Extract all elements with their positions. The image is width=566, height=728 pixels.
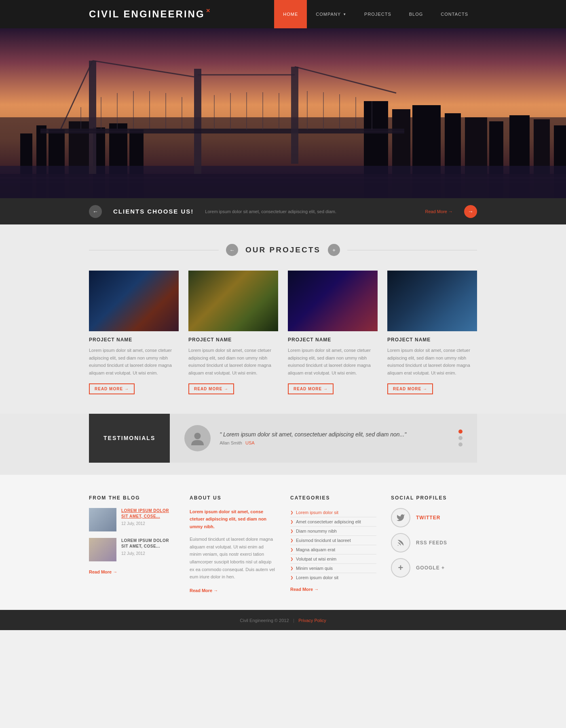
- category-item-7[interactable]: ❯Minim veniam quis: [290, 564, 376, 573]
- nav-company[interactable]: COMPANY ▼: [307, 0, 355, 28]
- slider-next-button[interactable]: →: [464, 205, 477, 218]
- blog-col-title: FROM THE BLOG: [89, 495, 175, 501]
- nav-contacts[interactable]: CONTACTS: [432, 0, 477, 28]
- project-desc-1: Lorem ipsum dolor sit amet, conse ctetue…: [89, 347, 179, 377]
- dot-active: [458, 430, 463, 434]
- nav-home[interactable]: HOME: [274, 0, 307, 28]
- category-item-8[interactable]: ❯Lorem ipsum dolor sit: [290, 573, 376, 582]
- category-list: ❯Lorem ipsum dolor sit ❯Amet consectetue…: [290, 508, 376, 582]
- project-desc-2: Lorem ipsum dolor sit amet, conse ctetue…: [188, 347, 278, 377]
- project-card-4: PROJECT NAME Lorem ipsum dolor sit amet,…: [387, 271, 477, 394]
- rss-label: RSS FEEDS: [416, 540, 447, 546]
- testimonials-section: TESTIMONIALS " Lorem ipsum dolor sit ame…: [0, 414, 566, 475]
- main-nav: HOME COMPANY ▼ PROJECTS BLOG CONTACTS: [274, 0, 477, 28]
- projects-next-button[interactable]: +: [328, 244, 340, 256]
- header-divider-right: [347, 250, 477, 250]
- slider-prev-button[interactable]: ←: [89, 205, 102, 218]
- social-twitter[interactable]: TWITTER: [391, 508, 477, 527]
- blog-post-title-1[interactable]: LOREM IPSUM DOLOR SIT AMET, COSE...: [121, 508, 175, 519]
- category-item-4[interactable]: ❯Euismod tincidunt ut laoreet: [290, 536, 376, 545]
- dot-inactive-1: [458, 436, 463, 440]
- footer-top: FROM THE BLOG LOREM IPSUM DOLOR SIT AMET…: [0, 475, 566, 610]
- social-col-title: SOCIAL PROFILES: [391, 495, 477, 501]
- testimonials-label: TESTIMONIALS: [89, 414, 170, 463]
- footer-blog-col: FROM THE BLOG LOREM IPSUM DOLOR SIT AMET…: [89, 495, 175, 594]
- blog-thumbnail-1: [89, 508, 116, 531]
- cat-arrow-icon-2: ❯: [290, 520, 294, 524]
- footer-separator: |: [293, 618, 294, 623]
- testimonial-country: USA: [245, 440, 255, 445]
- blog-thumbnail-2: [89, 538, 116, 561]
- slider-title: CLIENTS CHOOSE US!: [113, 208, 194, 215]
- footer-social-col: SOCIAL PROFILES TWITTER RSS FEEDS + GOOG…: [391, 495, 477, 594]
- svg-point-49: [398, 545, 399, 546]
- svg-rect-32: [291, 67, 298, 164]
- bridge-illustration: [0, 28, 566, 198]
- about-text-highlight: Lorem ipsum dolor sit amet, conse ctetue…: [190, 508, 276, 531]
- project-image-3: [288, 271, 378, 331]
- about-col-title: ABOUT US: [190, 495, 276, 501]
- blog-post-date-2: 12 July, 2012: [121, 551, 175, 556]
- blog-read-more-link[interactable]: Read More →: [89, 569, 117, 574]
- project-read-more-1[interactable]: Read More →: [89, 383, 135, 394]
- about-read-more-link[interactable]: Read More →: [190, 588, 218, 593]
- footer-bottom: Civil Engineering © 2012 | Privacy Polic…: [0, 610, 566, 630]
- cat-arrow-icon: ❯: [290, 510, 294, 514]
- project-read-more-4[interactable]: Read More →: [387, 383, 433, 394]
- social-googleplus[interactable]: + GOOGLE +: [391, 558, 477, 578]
- category-item-3[interactable]: ❯Diam nonummy nibh: [290, 527, 376, 536]
- cat-arrow-icon-5: ❯: [290, 548, 294, 552]
- testimonial-quote: " Lorem ipsum dolor sit amet, consectetu…: [220, 431, 450, 438]
- projects-header: ← OUR PROJECTS +: [89, 244, 477, 256]
- twitter-icon-circle: [391, 508, 410, 527]
- project-name-1: PROJECT NAME: [89, 337, 179, 343]
- project-name-2: PROJECT NAME: [188, 337, 278, 343]
- header-divider-left: [89, 250, 219, 250]
- logo-x: ✕: [206, 8, 211, 14]
- hero-section: [0, 28, 566, 198]
- nav-blog[interactable]: BLOG: [400, 0, 432, 28]
- cat-arrow-icon-3: ❯: [290, 529, 294, 533]
- projects-prev-button[interactable]: ←: [226, 244, 238, 256]
- googleplus-icon-circle: +: [391, 558, 410, 578]
- blog-post-title-2[interactable]: LOREM IPSUM DOLOR SIT AMET, COSE...: [121, 538, 175, 549]
- googleplus-label: GOOGLE +: [416, 565, 445, 571]
- about-text-body: Euismod tincidunt ut laoreet dolore magn…: [190, 535, 276, 581]
- social-rss[interactable]: RSS FEEDS: [391, 533, 477, 552]
- testimonial-content: " Lorem ipsum dolor sit amet, consectetu…: [170, 414, 477, 463]
- footer-categories-col: CATEGORIES ❯Lorem ipsum dolor sit ❯Amet …: [290, 495, 376, 594]
- svg-rect-30: [40, 129, 404, 133]
- project-image-2: [188, 271, 278, 331]
- nav-projects[interactable]: PROJECTS: [355, 0, 400, 28]
- category-item-6[interactable]: ❯Volutpat ut wisi enim: [290, 554, 376, 564]
- category-item-1[interactable]: ❯Lorem ipsum dolor sit: [290, 508, 376, 517]
- cat-arrow-icon-4: ❯: [290, 538, 294, 542]
- project-image-1: [89, 271, 179, 331]
- logo[interactable]: CIVIL ENGINEERING✕: [89, 8, 205, 20]
- project-name-4: PROJECT NAME: [387, 337, 477, 343]
- categories-col-title: CATEGORIES: [290, 495, 376, 501]
- project-desc-4: Lorem ipsum dolor sit amet, conse ctetue…: [387, 347, 477, 377]
- project-read-more-3[interactable]: Read More →: [288, 383, 334, 394]
- project-card-3: PROJECT NAME Lorem ipsum dolor sit amet,…: [288, 271, 378, 394]
- testimonial-dots: [458, 430, 463, 447]
- project-card-2: PROJECT NAME Lorem ipsum dolor sit amet,…: [188, 271, 278, 394]
- privacy-link[interactable]: Privacy Policy: [298, 618, 326, 623]
- blog-post-1: LOREM IPSUM DOLOR SIT AMET, COSE... 12 J…: [89, 508, 175, 531]
- googleplus-icon: +: [398, 563, 403, 573]
- site-header: CIVIL ENGINEERING✕ HOME COMPANY ▼ PROJEC…: [0, 0, 566, 28]
- slider-text: Lorem ipsum dolor sit amet, consectetuer…: [205, 209, 414, 214]
- slider-read-more-link[interactable]: Read More →: [425, 209, 453, 214]
- categories-read-more-link[interactable]: Read More →: [290, 587, 319, 592]
- category-item-2[interactable]: ❯Amet consectetuer adipiscing elit: [290, 517, 376, 527]
- rss-icon-circle: [391, 533, 410, 552]
- project-read-more-2[interactable]: Read More →: [188, 383, 234, 394]
- copyright-text: Civil Engineering © 2012: [240, 618, 289, 623]
- projects-grid: PROJECT NAME Lorem ipsum dolor sit amet,…: [89, 271, 477, 394]
- slider-banner: ← CLIENTS CHOOSE US! Lorem ipsum dolor s…: [0, 198, 566, 224]
- person-icon: [190, 431, 205, 445]
- category-item-5[interactable]: ❯Magna aliquam erat: [290, 545, 376, 554]
- testimonial-text: " Lorem ipsum dolor sit amet, consectetu…: [220, 431, 450, 445]
- testimonials-inner: TESTIMONIALS " Lorem ipsum dolor sit ame…: [89, 414, 477, 463]
- cat-arrow-icon-6: ❯: [290, 557, 294, 561]
